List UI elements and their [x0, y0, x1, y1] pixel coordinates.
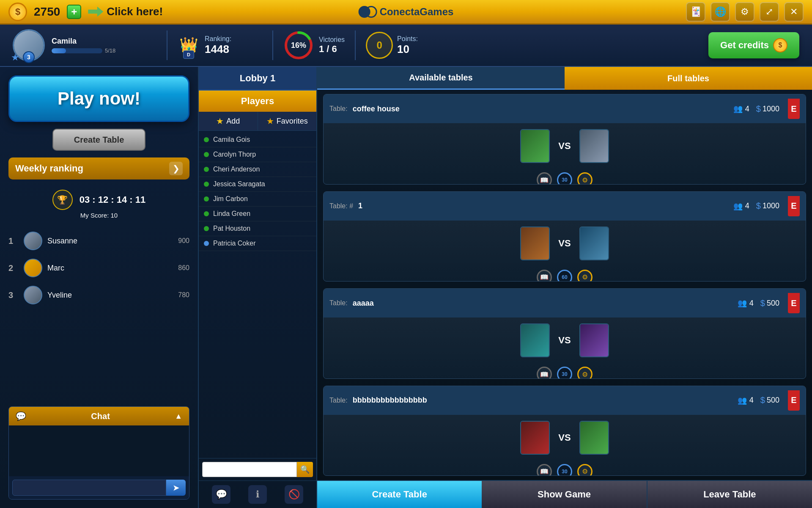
ranking-tier-badge: D — [183, 50, 194, 59]
get-credits-button[interactable]: Get credits $ — [708, 32, 799, 58]
players-bottom-icons: 💬 ℹ 🚫 — [199, 480, 316, 508]
rank-score-1: 900 — [178, 237, 189, 245]
player-item-name: Cheri Anderson — [213, 166, 260, 173]
table-header-4: Table: bbbbbbbbbbbbbbbb 👥 4 $ 500 E — [324, 386, 806, 415]
player-avatar-right-3 — [579, 323, 609, 357]
table-name-1: coffee house — [353, 105, 400, 113]
player-slot-left-2 — [520, 226, 550, 260]
add-credits-button[interactable]: + — [67, 5, 81, 19]
table-header-3: Table: aaaaa 👥 4 $ 500 E — [324, 289, 806, 318]
rank-avatar-3 — [24, 286, 42, 304]
rank-item-1: 1 Susanne 900 — [8, 229, 189, 253]
top-bar: $ 2750 + Click here! ConectaGames 🃏 🌐 ⚙ … — [0, 0, 812, 25]
player-item-name: Jim Carbon — [213, 195, 248, 203]
chat-title: 💬 — [16, 411, 26, 421]
player-avatar-left-1 — [520, 129, 550, 163]
player-search-button[interactable]: 🔍 — [297, 462, 313, 477]
table-game-1[interactable]: VS — [324, 123, 806, 169]
play-now-button[interactable]: Play now! — [8, 75, 189, 122]
table-card-4: Table: bbbbbbbbbbbbbbbb 👥 4 $ 500 E — [323, 386, 806, 476]
table-header-1: Table: coffee house 👥 4 $ 1000 E — [324, 94, 806, 123]
rank-score-2: 860 — [178, 264, 189, 272]
player-item-name: Camila Gois — [213, 136, 250, 144]
player-section: ★ 3 Camila 5/18 — [13, 29, 156, 61]
chat-toggle-icon-button[interactable]: 💬 — [212, 485, 230, 504]
ranking-label: Ranking: — [205, 35, 231, 43]
gear-icon-4: ⚙ — [577, 464, 593, 476]
player-avatar-right-1 — [579, 129, 609, 163]
money-info-4: $ 500 — [760, 395, 779, 405]
language-icon-button[interactable]: 🌐 — [710, 2, 730, 22]
tab-available-tables[interactable]: Available tables — [317, 67, 565, 90]
settings-icon-button[interactable]: ⚙ — [735, 2, 754, 22]
player-slot-left-3 — [520, 323, 550, 357]
table-footer-2: 📖 60 ⚙ — [324, 266, 806, 282]
xp-bar-fill — [52, 48, 66, 53]
main-content: Play now! Create Table Weekly ranking ❯ … — [0, 67, 812, 508]
table-label-4: Table: — [329, 397, 348, 404]
my-score-row: My Score: 10 — [80, 212, 118, 219]
table-footer-3: 📖 30 ⚙ — [324, 363, 806, 379]
rank-score-3: 780 — [178, 291, 189, 299]
logo-icon — [359, 6, 377, 18]
gear-icon-3: ⚙ — [577, 367, 593, 379]
table-game-2[interactable]: VS — [324, 221, 806, 266]
list-item[interactable]: Jim Carbon — [199, 192, 316, 207]
list-item[interactable]: Camila Gois — [199, 133, 316, 147]
table-game-4[interactable]: VS — [324, 415, 806, 461]
rank-name-1: Susanne — [47, 237, 173, 246]
players-actions: ★ Add ★ Favorites — [199, 112, 316, 131]
list-item[interactable]: Carolyn Thorp — [199, 147, 316, 162]
block-icon-button[interactable]: 🚫 — [285, 485, 303, 504]
book-icon-4: 📖 — [537, 464, 552, 476]
info-icon-button[interactable]: ℹ — [248, 485, 267, 504]
close-icon-button[interactable]: ✕ — [784, 2, 804, 22]
ranking-block: 👑 D Ranking: 1448 — [178, 32, 262, 59]
player-avatar-right-2 — [579, 226, 609, 260]
player-avatar-left-3 — [520, 323, 550, 357]
lobby-title: Lobby 1 — [199, 67, 316, 91]
victories-text: Victories 1 / 6 — [319, 36, 345, 55]
table-name-3: aaaaa — [353, 299, 374, 308]
victories-value: 1 / 6 — [319, 44, 345, 55]
table-name-2: 1 — [358, 202, 362, 210]
add-player-button[interactable]: ★ Add — [199, 112, 258, 130]
create-table-button-bottom[interactable]: Create Table — [317, 481, 482, 508]
e-badge-1: E — [788, 99, 800, 119]
chat-section: 💬 Chat ▲ ➤ — [8, 406, 189, 500]
vs-text-4: VS — [558, 432, 571, 443]
player-info: Camila 5/18 — [52, 37, 115, 54]
favorites-button[interactable]: ★ Favorites — [258, 112, 317, 130]
expand-icon-button[interactable]: ⤢ — [760, 2, 779, 22]
chat-toggle-button[interactable]: ▲ — [175, 412, 182, 421]
chat-input[interactable] — [12, 480, 166, 496]
vs-text-1: VS — [558, 141, 571, 152]
list-item[interactable]: Jessica Saragata — [199, 177, 316, 192]
click-here-banner[interactable]: Click here! — [88, 5, 163, 18]
list-item[interactable]: Patricia Coker — [199, 236, 316, 251]
bottom-buttons: Create Table Show Game Leave Table — [317, 480, 812, 508]
player-slot-right-1 — [579, 129, 609, 163]
player-search-input[interactable] — [202, 462, 297, 477]
player-slot-left-4 — [520, 421, 550, 455]
table-game-3[interactable]: VS — [324, 318, 806, 363]
leave-table-button[interactable]: Leave Table — [647, 481, 812, 508]
list-item[interactable]: Pat Houston — [199, 221, 316, 236]
table-card-1: Table: coffee house 👥 4 $ 1000 E — [323, 94, 806, 185]
weekly-ranking-arrow[interactable]: ❯ — [169, 162, 183, 175]
list-item[interactable]: Cheri Anderson — [199, 162, 316, 177]
cards-icon-button[interactable]: 🃏 — [686, 2, 705, 22]
chat-label: Chat — [91, 411, 110, 421]
tab-full-tables[interactable]: Full tables — [565, 67, 812, 90]
points-block: 0 Points: 10 — [366, 32, 418, 59]
weekly-ranking-header: Weekly ranking ❯ — [8, 157, 189, 179]
e-badge-4: E — [788, 390, 800, 411]
create-table-button-left[interactable]: Create Table — [52, 129, 145, 151]
show-game-button[interactable]: Show Game — [482, 481, 646, 508]
list-item[interactable]: Linda Green — [199, 207, 316, 221]
table-card-3: Table: aaaaa 👥 4 $ 500 E — [323, 288, 806, 379]
chat-header: 💬 Chat ▲ — [9, 407, 189, 425]
chat-send-button[interactable]: ➤ — [166, 480, 186, 496]
player-item-name: Patricia Coker — [213, 240, 255, 247]
player-slot-right-4 — [579, 421, 609, 455]
